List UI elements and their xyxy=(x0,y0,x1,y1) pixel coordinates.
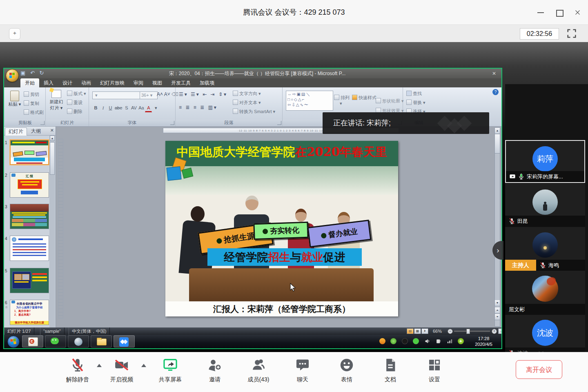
find-button[interactable]: 查找 xyxy=(406,91,422,97)
leave-meeting-button[interactable]: 离开会议 xyxy=(516,360,562,379)
slide-thumbnail-5[interactable] xyxy=(10,268,49,293)
tab-addins[interactable]: 加载项 xyxy=(195,78,219,87)
speaking-text: 正在讲话: 宋莉萍; xyxy=(333,112,391,134)
layout-button[interactable]: 版式 ▾ xyxy=(67,91,86,97)
tray-updater-icon[interactable]: + xyxy=(458,338,464,344)
zoom-slider[interactable] xyxy=(454,331,490,332)
taskbar-tencent-meeting[interactable] xyxy=(114,335,135,347)
participant-tile-tiankun[interactable]: 田昆 xyxy=(505,183,585,227)
tray-wechat-icon[interactable] xyxy=(413,338,419,344)
start-button[interactable] xyxy=(7,336,20,348)
tray-qq-icon[interactable] xyxy=(402,338,408,344)
tab-home[interactable]: 开始 xyxy=(20,78,39,87)
invite-button[interactable]: 邀请 xyxy=(195,357,234,383)
taskbar-wechat[interactable] xyxy=(45,335,66,347)
tab-design[interactable]: 设计 xyxy=(58,78,77,87)
quick-access-toolbar[interactable]: ▣ ↶ ↻ xyxy=(20,70,45,77)
slide-thumbnail-2[interactable]: 汇 报 xyxy=(10,172,49,198)
font-size-combo[interactable]: 36+ ▾ xyxy=(140,91,158,99)
arrange-button[interactable]: 排列▾ xyxy=(334,95,350,106)
share-screen-button[interactable]: 共享屏幕 xyxy=(151,357,190,383)
tray-key-icon[interactable] xyxy=(379,338,385,344)
shape-gallery[interactable]: ⇔⇨▣▤＼□○◇△⌐⇦⇩△∿〜 xyxy=(286,91,333,111)
zoom-out-button[interactable]: − xyxy=(448,329,453,334)
close-button[interactable] xyxy=(574,9,582,15)
format-painter-button[interactable]: 格式刷 xyxy=(24,109,44,116)
fullscreen-button[interactable] xyxy=(566,28,577,39)
font-dialog-launcher[interactable] xyxy=(170,121,174,125)
panel-close-icon[interactable]: ✕ xyxy=(50,128,54,133)
tray-network-icon[interactable] xyxy=(447,338,453,344)
slide-scrollbar[interactable]: ▲ ▼ ⏶ ⏷ xyxy=(494,127,500,327)
settings-icon xyxy=(427,357,442,373)
participants-sidebar: 莉萍 宋莉萍的屏幕... 田昆 主持人 xyxy=(505,84,588,392)
ppt-close-icon[interactable]: ✕ xyxy=(491,70,497,77)
tab-outline[interactable]: 大纲 xyxy=(28,127,44,135)
taskbar-browser[interactable] xyxy=(68,335,89,347)
help-icon[interactable]: ? xyxy=(492,89,499,95)
tab-animation[interactable]: 动画 xyxy=(77,78,96,87)
tray-volume-icon[interactable] xyxy=(424,338,430,344)
quick-styles-button[interactable]: 快速样式 xyxy=(352,95,376,101)
align-buttons[interactable]: ≡ ≣ ≡ ≣ ▥▾ xyxy=(179,105,218,110)
mic-options-caret[interactable] xyxy=(97,364,102,367)
slide-thumbnail-1[interactable] xyxy=(10,140,49,165)
tray-shield-icon[interactable] xyxy=(390,338,396,344)
slide-thumbnail-4[interactable] xyxy=(10,236,49,261)
taskbar-clock[interactable]: 17:28 2020/4/5 xyxy=(475,336,492,347)
unmute-button[interactable]: 解除静音 xyxy=(58,357,97,383)
docs-button[interactable]: 文档 xyxy=(371,357,410,383)
maximize-button[interactable] xyxy=(556,10,564,17)
text-direction-button[interactable]: 文字方向 ▾ xyxy=(233,91,261,97)
tab-slides-thumbnails[interactable]: 幻灯片 xyxy=(5,127,27,136)
settings-button[interactable]: 设置 xyxy=(415,357,454,383)
copy-button[interactable]: 复制 xyxy=(24,100,39,107)
slide-thumbnail-3[interactable] xyxy=(10,204,49,229)
paragraph-dialog-launcher[interactable] xyxy=(277,121,281,125)
tab-insert[interactable]: 插入 xyxy=(39,78,58,87)
tray-plug-icon[interactable] xyxy=(435,338,441,344)
reset-button[interactable]: 重设 xyxy=(67,100,82,106)
taskbar-explorer[interactable] xyxy=(91,335,112,347)
thumbnails-scrollbar[interactable]: ▲ xyxy=(49,136,55,327)
zoom-in-button[interactable]: + xyxy=(492,329,497,334)
language-indicator[interactable]: 中文(简体，中国) xyxy=(69,327,110,335)
delete-button[interactable]: 删除 xyxy=(67,109,82,115)
tab-slideshow[interactable]: 幻灯片放映 xyxy=(96,78,129,87)
slideshow-button[interactable]: ⏵ xyxy=(421,328,428,334)
fit-to-window-button[interactable]: ⛶ xyxy=(498,328,502,334)
tab-view[interactable]: 视图 xyxy=(148,78,167,87)
participant-tile-haiming[interactable]: 主持人 海鸣 xyxy=(505,227,585,271)
tab-review[interactable]: 审阅 xyxy=(129,78,148,87)
zoom-slider-thumb[interactable] xyxy=(466,329,470,334)
emoji-button[interactable]: 表情 xyxy=(327,357,366,383)
align-text-button[interactable]: 对齐文本 ▾ xyxy=(233,100,261,106)
tab-developer[interactable]: 开发工具 xyxy=(167,78,195,87)
members-button[interactable]: 成员(43) xyxy=(239,357,278,383)
start-video-button[interactable]: 开启视频 xyxy=(102,357,141,383)
security-icon[interactable]: ✦ xyxy=(9,28,20,40)
office-button[interactable] xyxy=(6,69,19,82)
video-options-caret[interactable] xyxy=(141,364,146,367)
replace-button[interactable]: 替换 ▾ xyxy=(406,100,425,106)
slide-thumbnail-6[interactable]: 全国各省的重点中学 为什么超高于普通学校 1、高升学率? 2、重点率高? 衡水中… xyxy=(10,300,49,325)
font-style-buttons[interactable]: BIUabeSAVAaA▾ xyxy=(92,104,160,112)
font-name-combo[interactable]: ▾ xyxy=(92,91,140,99)
chat-button[interactable]: 聊天 xyxy=(283,357,322,383)
list-buttons[interactable]: ☰▾ ☰▾ ⇤ ⇥ ⇕▾ xyxy=(179,91,227,97)
meeting-timer: 02:32:56 xyxy=(520,28,559,40)
taskbar-powerpoint[interactable]: E xyxy=(22,335,43,347)
participant-tile-songliping[interactable]: 莉萍 宋莉萍的屏幕... xyxy=(505,140,585,183)
shape-outline-button[interactable]: 形状轮廓 ▾ xyxy=(376,98,404,104)
slide-sorter-button[interactable]: ▦ xyxy=(414,328,421,334)
paste-button[interactable]: 粘贴 ▾ xyxy=(8,91,21,107)
minimize-button[interactable] xyxy=(537,10,546,16)
participant-tile-quwenbin[interactable]: 屈文彬 xyxy=(505,271,585,315)
normal-view-button[interactable]: ▤ xyxy=(407,328,414,334)
slide-canvas[interactable]: 中国地质大学经管学院在2020年春天里 抢抓生源 夯实转化 督办就业 xyxy=(165,141,398,316)
cut-button[interactable]: 剪切 xyxy=(24,91,39,98)
clipboard-dialog-launcher[interactable] xyxy=(40,121,45,125)
smartart-button[interactable]: 转换为 SmartArt ▾ xyxy=(233,109,275,115)
new-slide-button[interactable]: 新建幻灯片 ▾ xyxy=(48,90,65,111)
system-tray[interactable]: + xyxy=(376,338,464,345)
